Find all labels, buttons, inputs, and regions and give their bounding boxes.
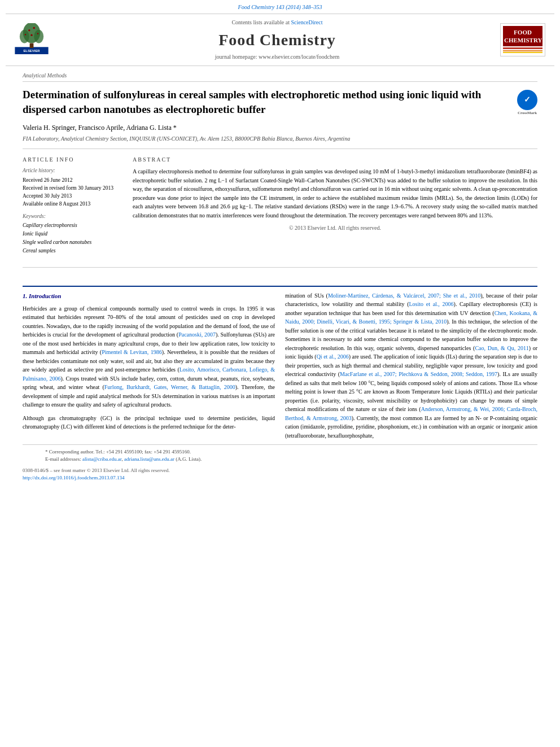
article-received2: Received in revised form 30 January 2013 [23,184,121,192]
food-chemistry-logo: FOOD CHEMISTRY [500,23,545,57]
journal-title-header: Food Chemistry [54,29,500,51]
svg-point-10 [37,33,39,34]
keyword-4: Cereal samples [23,247,121,255]
crossmark-circle: ✓ [517,90,537,110]
article-title-text: Determination of sulfonylureas in cereal… [23,89,481,115]
footer-bottom: 0308-8146/$ – see front matter © 2013 El… [0,462,560,481]
food-chem-logo-chemistry: CHEMISTRY [504,36,541,44]
intro-para-1: Herbicides are a group of chemical compo… [23,304,275,409]
page: Food Chemistry 143 (2014) 348–353 ELSEVI… [0,0,560,747]
article-history-section: Article history: Received 26 June 2012 R… [23,167,121,208]
svg-point-4 [34,30,43,43]
article-title: Determination of sulfonylureas in cereal… [23,88,537,116]
article-info-title: ARTICLE INFO [23,156,121,164]
footer-doi-link[interactable]: http://dx.doi.org/10.1016/j.foodchem.201… [23,475,125,480]
article-received1: Received 26 June 2012 [23,176,121,184]
ref-pimentel[interactable]: Pimentel & Levitan, 1986 [102,349,162,355]
article-info-abstract-section: ARTICLE INFO Article history: Received 2… [23,156,537,267]
email-link-1[interactable]: alista@criba.edu.ar [82,456,121,462]
copyright-line: © 2013 Elsevier Ltd. All rights reserved… [133,224,537,232]
footer-issn: 0308-8146/$ – see front matter © 2013 El… [23,467,537,474]
section-divider [23,286,537,287]
svg-point-6 [28,29,30,31]
authors-text: Valeria H. Springer, Francisco Aprile, A… [23,124,177,132]
body-left-col: 1. Introduction Herbicides are a group o… [23,291,275,445]
footnote-star: * Corresponding author. Tel.: +54 291 45… [45,448,515,456]
footnote-email: E-mail addresses: alista@criba.edu.ar, a… [45,456,515,463]
right-para-1: mination of SUs (Moliner-Martínez, Cárde… [285,291,537,440]
svg-point-7 [33,27,35,29]
ref-losito2[interactable]: Losito et al., 2006 [409,301,453,307]
ref-losito-2006[interactable]: Losito, Amorisco, Carbonara, Lofiego, & … [23,366,275,382]
sciencedirect-link[interactable]: ScienceDirect [291,19,322,25]
ref-chen[interactable]: Chen, Kookana, & Naidu, 2000; Dinelli, V… [285,310,537,325]
crossmark-icon[interactable]: ✓ CrossMark [517,90,537,110]
elsevier-tree-icon: ELSEVIER [15,23,49,54]
food-chemistry-logo-inner: FOOD CHEMISTRY [503,26,542,47]
svg-rect-5 [30,43,34,47]
article-accepted: Accepted 30 July 2013 [23,192,121,200]
email-link-2[interactable]: adriana.lista@uns.edu.ar [124,456,174,462]
intro-para-2: Although gas chromatography (GC) is the … [23,414,275,431]
introduction-heading: 1. Introduction [23,291,275,301]
crossmark-label: CrossMark [517,111,537,116]
svg-point-9 [25,34,27,36]
homepage-line: journal homepage: www.elsevier.com/locat… [54,53,500,61]
affiliation: FIA Laboratory, Analytical Chemistry Sec… [23,135,537,149]
keywords-list: Capillary electrophoresis Ionic liquid S… [23,221,121,256]
ref-anderson[interactable]: Anderson, Armstrong, & Wei, 2006; Carda-… [285,406,537,421]
citation-text: Food Chemistry 143 (2014) 348–353 [238,4,322,10]
keyword-3: Single walled carbon nanotubes [23,238,121,247]
ref-cao[interactable]: Cao, Dun, & Qu, 2011 [475,345,528,351]
article-history-label: Article history: [23,167,121,174]
ref-macfarlane[interactable]: MacFarlane et al., 2007; Plechkova & Sed… [340,371,497,377]
food-chem-logo-food: FOOD [504,28,541,36]
sciencedirect-line: Contents lists available at ScienceDirec… [54,19,500,27]
elsevier-logo: ELSEVIER [15,23,54,56]
sciencedirect-label: Contents lists available at [231,19,289,25]
section-label: Analytical Methods [23,72,537,82]
abstract-text: A capillary electrophoresis method to de… [133,167,537,220]
keywords-section: Keywords: Capillary electrophoresis Ioni… [23,213,121,256]
footnote-area: * Corresponding author. Tel.: +54 291 45… [23,444,537,462]
body-right-col: mination of SUs (Moliner-Martínez, Cárde… [285,291,537,445]
authors: Valeria H. Springer, Francisco Aprile, A… [23,123,537,133]
food-chem-logo-subtitle [503,47,542,53]
svg-point-8 [30,34,32,36]
keywords-label: Keywords: [23,213,121,220]
abstract-title: ABSTRACT [133,156,537,164]
ref-furlong[interactable]: Furlong, Burkhardt, Gates, Werner, & Bat… [104,384,235,390]
body-content: 1. Introduction Herbicides are a group o… [0,291,560,445]
journal-header: ELSEVIER Contents lists available at Sci… [6,14,554,66]
ref-qi[interactable]: Qi et al., 2006 [317,353,349,360]
keyword-2: Ionic liquid [23,230,121,238]
svg-text:ELSEVIER: ELSEVIER [23,49,40,53]
article-info-panel: ARTICLE INFO Article history: Received 2… [23,156,121,260]
article-available: Available online 8 August 2013 [23,200,121,208]
ref-moliner[interactable]: Moliner-Martínez, Cárdenas, & Valcárcel,… [328,292,480,299]
article-content: Analytical Methods Determination of sulf… [0,66,560,285]
header-center: Contents lists available at ScienceDirec… [54,19,500,61]
citation-bar: Food Chemistry 143 (2014) 348–353 [0,0,560,14]
keyword-1: Capillary electrophoresis [23,221,121,230]
svg-point-3 [20,30,29,43]
abstract-section: ABSTRACT A capillary electrophoresis met… [133,156,537,260]
footer-doi: http://dx.doi.org/10.1016/j.foodchem.201… [23,474,537,482]
ref-pacanoski[interactable]: Pacanoski, 2007 [178,331,216,338]
